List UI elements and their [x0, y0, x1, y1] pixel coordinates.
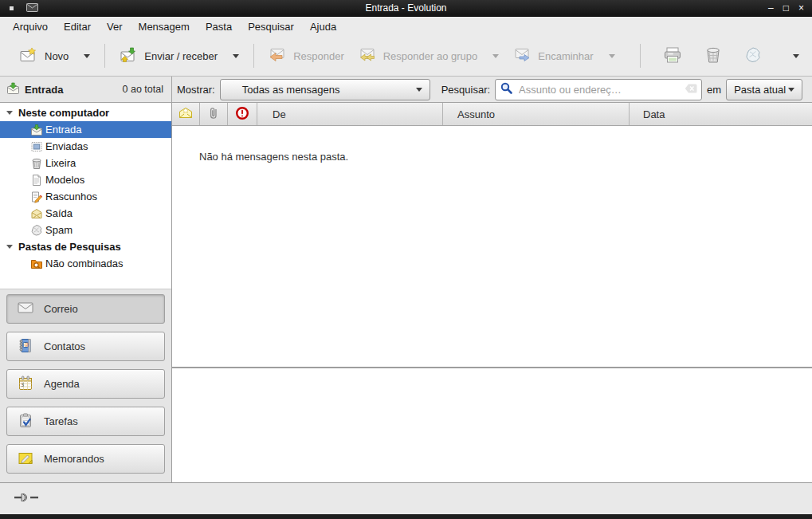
menu-mensagem[interactable]: Mensagem	[131, 19, 198, 34]
date-column-header[interactable]: Data	[630, 103, 812, 125]
message-list[interactable]: Não há mensagens nesta pasta.	[172, 126, 812, 367]
view-switcher: Correio @ Contatos 3 Agenda	[0, 289, 171, 482]
show-filter-value: Todas as mensagens	[242, 84, 340, 96]
print-icon	[663, 46, 682, 66]
attachment-icon	[207, 106, 220, 123]
switcher-contacts-button[interactable]: @ Contatos	[6, 332, 165, 361]
titlebar: Entrada - Evolution – □ ×	[0, 0, 812, 17]
expander-icon[interactable]	[6, 245, 13, 249]
folder-item-spam[interactable]: Spam	[0, 222, 171, 238]
filter-controls: Mostrar: Todas as mensagens Pesquisar: e…	[172, 77, 812, 102]
minimize-button[interactable]: –	[768, 0, 774, 16]
online-status-button[interactable]	[10, 488, 45, 509]
folder-sidebar: Neste computador Entrada Enviadas	[0, 103, 172, 482]
close-button[interactable]: ×	[798, 0, 804, 16]
trash-button[interactable]	[697, 41, 729, 72]
folder-item-lixeira[interactable]: Lixeira	[0, 155, 171, 171]
folder-item-enviadas[interactable]: Enviadas	[0, 138, 171, 155]
column-label: De	[273, 108, 286, 120]
folder-item-nao-combinadas[interactable]: Não combinadas	[0, 255, 171, 272]
window-menu-bullet-icon	[10, 6, 14, 10]
subject-column-header[interactable]: Assunto	[443, 103, 630, 125]
folder-item-label: Rascunhos	[45, 191, 97, 202]
menu-editar[interactable]: Editar	[56, 19, 99, 34]
switcher-label: Tarefas	[44, 415, 78, 427]
new-button-label: Novo	[45, 50, 69, 62]
new-button[interactable]: Novo	[13, 41, 97, 71]
sent-icon	[30, 140, 43, 153]
folder-item-entrada[interactable]: Entrada	[0, 121, 171, 138]
contacts-icon: @	[18, 338, 33, 356]
reply-all-button[interactable]: Responder ao grupo	[351, 41, 507, 71]
menu-pasta[interactable]: Pasta	[198, 19, 240, 34]
plug-icon	[14, 491, 42, 506]
toolbar-separator	[104, 44, 105, 68]
chevron-down-icon	[416, 88, 422, 92]
switcher-tasks-button[interactable]: Tarefas	[6, 407, 165, 436]
clear-search-icon[interactable]	[685, 83, 697, 96]
folder-message-count: 0 ao total	[123, 84, 163, 95]
read-status-column-header[interactable]	[172, 103, 200, 125]
menu-ver[interactable]: Ver	[99, 19, 131, 34]
reply-button[interactable]: Responder	[261, 41, 351, 71]
send-receive-caret-icon	[233, 54, 239, 58]
message-list-header: De Assunto Data	[172, 103, 812, 126]
mail-icon	[18, 301, 33, 317]
switcher-calendar-button[interactable]: 3 Agenda	[6, 369, 165, 399]
inbox-icon	[30, 124, 43, 136]
junk-icon	[30, 224, 43, 237]
window-title: Entrada - Evolution	[0, 2, 812, 14]
folder-item-label: Modelos	[45, 174, 84, 186]
switcher-memos-button[interactable]: Memorandos	[6, 444, 165, 474]
menu-pesquisar[interactable]: Pesquisar	[240, 19, 302, 34]
in-label: em	[707, 84, 721, 96]
attachment-column-header[interactable]	[200, 103, 228, 125]
search-icon[interactable]	[500, 81, 513, 97]
junk-button[interactable]	[737, 41, 769, 72]
overflow-caret-icon	[793, 54, 799, 58]
print-button[interactable]	[656, 41, 689, 72]
switcher-mail-button[interactable]: Correio	[6, 294, 165, 324]
from-column-header[interactable]: De	[257, 103, 443, 125]
svg-text:3: 3	[21, 382, 24, 388]
calendar-icon: 3	[18, 375, 33, 393]
tree-group-label: Pastas de Pesquisas	[18, 241, 121, 253]
search-folder-icon	[30, 258, 43, 270]
folder-item-label: Enviadas	[45, 140, 88, 152]
drafts-icon	[30, 191, 43, 203]
tree-group-search-folders[interactable]: Pastas de Pesquisas	[0, 238, 171, 255]
search-label: Pesquisar:	[441, 84, 490, 96]
toolbar: Novo Enviar / receber Responder Responde…	[0, 36, 812, 76]
reply-all-button-label: Responder ao grupo	[383, 50, 478, 62]
priority-column-header[interactable]	[228, 103, 257, 125]
folder-item-rascunhos[interactable]: Rascunhos	[0, 188, 171, 205]
tree-group-this-computer[interactable]: Neste computador	[0, 104, 171, 121]
outbox-icon	[30, 207, 43, 220]
toolbar-overflow-button[interactable]	[788, 49, 804, 63]
expander-icon[interactable]	[6, 111, 13, 115]
menu-arquivo[interactable]: Arquivo	[5, 19, 56, 34]
statusbar	[0, 482, 812, 514]
switcher-label: Agenda	[44, 378, 80, 390]
preview-pane	[172, 368, 812, 482]
switcher-label: Correio	[44, 303, 78, 315]
toolbar-right-group	[633, 41, 804, 72]
send-receive-button[interactable]: Enviar / receber	[112, 41, 246, 71]
search-entry	[495, 79, 702, 100]
folder-item-label: Não combinadas	[45, 258, 124, 269]
search-input[interactable]	[517, 83, 681, 96]
menu-ajuda[interactable]: Ajuda	[302, 19, 344, 34]
send-receive-icon	[120, 47, 137, 65]
folder-item-saida[interactable]: Saída	[0, 205, 171, 222]
column-label: Assunto	[457, 108, 495, 120]
chevron-down-icon	[788, 88, 794, 92]
search-scope-combobox[interactable]: Pasta atual	[726, 79, 802, 100]
forward-button[interactable]: Encaminhar	[506, 41, 622, 71]
folder-item-modelos[interactable]: Modelos	[0, 171, 171, 188]
new-caret-icon	[84, 54, 90, 58]
show-filter-combobox[interactable]: Todas as mensagens	[220, 79, 430, 100]
empty-folder-message: Não há mensagens nesta pasta.	[172, 126, 812, 163]
trash-icon	[704, 46, 722, 66]
maximize-button[interactable]: □	[783, 0, 789, 16]
reply-all-caret-icon	[492, 54, 499, 58]
